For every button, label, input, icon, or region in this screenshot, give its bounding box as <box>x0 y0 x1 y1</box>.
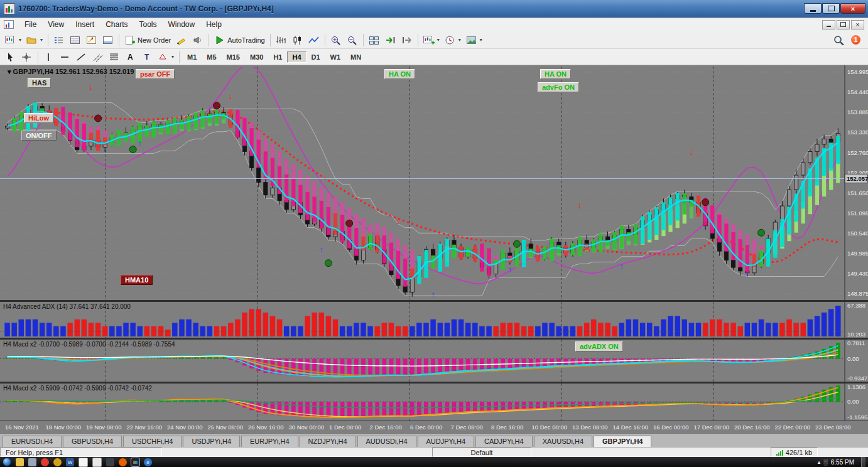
hma10-label[interactable]: HMA10 <box>121 275 153 285</box>
time-axis[interactable]: 16 Nov 202118 Nov 00:0019 Nov 08:0022 No… <box>5 424 851 431</box>
equidistant-channel-tool[interactable] <box>90 49 106 65</box>
search-button[interactable] <box>831 32 847 48</box>
alerts-button[interactable] <box>190 32 206 48</box>
chart-area[interactable]: ▾ GBPJPYi,H4 152.961 152.963 152.019 152… <box>0 65 868 433</box>
trendline-tool[interactable] <box>73 49 90 65</box>
timeframe-h4[interactable]: H4 <box>287 51 306 63</box>
navigator-button[interactable] <box>84 32 100 48</box>
templates-button[interactable]: ▾ <box>464 32 485 48</box>
chart-window-icon[interactable] <box>4 20 14 29</box>
taskbar-notepad-icon[interactable] <box>79 458 88 467</box>
menu-view[interactable]: View <box>42 18 70 31</box>
arrows-tool[interactable]: ▾ <box>155 49 176 65</box>
chart-tab-usdjpyi[interactable]: USDJPYi,H4 <box>183 436 240 447</box>
timeframe-w1[interactable]: W1 <box>325 51 346 63</box>
menu-file[interactable]: File <box>19 18 42 31</box>
chart-tab-eurusdi[interactable]: EURUSDi,H4 <box>3 436 62 447</box>
autotrading-button[interactable]: AutoTrading <box>212 32 268 48</box>
maximize-button[interactable] <box>822 3 840 14</box>
zoom-in-button[interactable] <box>328 32 344 48</box>
data-window-button[interactable] <box>67 32 84 48</box>
hilow-indicator-button[interactable]: HiLow <box>24 113 53 123</box>
timeframe-mn[interactable]: MN <box>345 51 366 63</box>
tray-expand-icon[interactable]: ▴ <box>818 459 821 465</box>
taskbar-firefox-icon[interactable] <box>119 458 127 466</box>
menu-charts[interactable]: Charts <box>100 18 133 31</box>
system-tray[interactable]: ▴ ░ 6:55 PM <box>818 459 857 466</box>
fibonacci-retracement-tool[interactable] <box>106 49 122 65</box>
chart-tab-gbpjpyi[interactable]: GBPJPYi,H4 <box>594 436 651 447</box>
start-button[interactable] <box>3 458 11 466</box>
taskbar-clock[interactable]: 6:55 PM <box>831 459 857 466</box>
taskbar-explorer-icon[interactable]: e <box>144 458 152 466</box>
horizontal-line-tool[interactable] <box>57 49 73 65</box>
taskbar-document-icon[interactable] <box>92 458 102 467</box>
chart-shift-button[interactable] <box>399 32 415 48</box>
child-restore-button[interactable] <box>837 20 850 30</box>
title-bar[interactable]: 1760700: TradersWay-Demo - Demo Account … <box>0 0 868 18</box>
show-desktop-button[interactable] <box>861 457 865 467</box>
taskbar-folder-icon[interactable] <box>16 458 24 466</box>
menu-tools[interactable]: Tools <box>134 18 163 31</box>
crosshair-tool[interactable] <box>19 49 35 65</box>
menu-help[interactable]: Help <box>200 18 227 31</box>
chart-tab-usdchfi[interactable]: USDCHFi,H4 <box>123 436 182 447</box>
new-chart-button[interactable]: ▾ <box>3 32 24 48</box>
ha-toggle-button-1[interactable]: HA ON <box>384 69 415 79</box>
candlestick-mode-button[interactable] <box>290 32 306 48</box>
ha-toggle-button-2[interactable]: HA ON <box>540 69 571 79</box>
chart-canvas[interactable]: ↓↓↓↓↓↑↑↑↑↑↑154.995154.440153.885153.3301… <box>0 65 868 433</box>
menu-window[interactable]: Window <box>163 18 201 31</box>
advadx-toggle-button[interactable]: advADX ON <box>575 341 623 352</box>
onoff-toggle-button[interactable]: ON/OFF <box>21 131 57 141</box>
bar-chart-mode-button[interactable] <box>273 32 290 48</box>
text-tool[interactable]: A <box>122 49 139 65</box>
psar-toggle-button[interactable]: psar OFF <box>136 69 175 79</box>
minimize-button[interactable] <box>804 3 822 14</box>
zoom-out-button[interactable] <box>344 32 361 48</box>
svg-text:16 Dec 00:00: 16 Dec 00:00 <box>653 424 689 431</box>
taskbar-media-player-icon[interactable] <box>28 458 36 466</box>
timeframe-m5[interactable]: M5 <box>202 51 221 63</box>
vertical-line-tool[interactable] <box>41 49 57 65</box>
timeframe-m30[interactable]: M30 <box>245 51 268 63</box>
advfo-toggle-button[interactable]: advFo ON <box>538 82 579 92</box>
child-close-button[interactable]: × <box>851 20 864 30</box>
timeframe-m15[interactable]: M15 <box>222 51 245 63</box>
taskbar-opera-icon[interactable] <box>41 458 49 466</box>
taskbar-coin-app-icon[interactable] <box>53 458 62 466</box>
profiles-button[interactable]: ▾ <box>24 32 45 48</box>
chart-tab-audusdi[interactable]: AUDUSDi,H4 <box>357 436 416 447</box>
indicators-button[interactable]: ▾ <box>421 32 442 48</box>
clock-icon <box>445 35 456 45</box>
cursor-tool[interactable] <box>3 49 19 65</box>
chart-tab-gbpusdi[interactable]: GBPUSDi,H4 <box>63 436 122 447</box>
taskbar-word-icon[interactable]: W <box>66 458 74 466</box>
periods-button[interactable]: ▾ <box>442 32 464 48</box>
child-minimize-button[interactable] <box>822 20 835 30</box>
chart-tab-nzdjpyi[interactable]: NZDJPYi,H4 <box>300 436 356 447</box>
line-chart-mode-button[interactable] <box>306 32 322 48</box>
chart-tab-audjpyi[interactable]: AUDJPYi,H4 <box>418 436 475 447</box>
notifications-badge[interactable]: 1 <box>851 35 860 45</box>
metaeditor-button[interactable] <box>173 32 190 48</box>
symbol-dropdown-icon[interactable]: ▾ <box>8 68 11 75</box>
chart-tab-cadjpyi[interactable]: CADJPYi,H4 <box>475 436 533 447</box>
menu-insert[interactable]: Insert <box>70 18 100 31</box>
chart-tab-eurjpyi[interactable]: EURJPYi,H4 <box>241 436 298 447</box>
timeframe-m1[interactable]: M1 <box>182 51 202 63</box>
auto-scroll-button[interactable] <box>382 32 399 48</box>
timeframe-d1[interactable]: D1 <box>307 51 325 63</box>
tile-windows-button[interactable] <box>366 32 382 48</box>
taskbar-metatrader-icon[interactable] <box>131 458 139 466</box>
timeframe-h1[interactable]: H1 <box>268 51 287 63</box>
close-button[interactable]: × <box>840 3 865 14</box>
chart-tab-xauusdi[interactable]: XAUUSDi,H4 <box>534 436 592 447</box>
tray-network-icon[interactable]: ░ <box>823 459 827 465</box>
text-label-tool[interactable]: T <box>139 49 155 65</box>
market-watch-button[interactable] <box>51 32 67 48</box>
has-indicator-button[interactable]: HAS <box>28 78 51 88</box>
new-order-button[interactable]: New Order <box>122 32 173 48</box>
terminal-button[interactable] <box>100 32 116 48</box>
taskbar-console-icon[interactable] <box>106 458 114 466</box>
